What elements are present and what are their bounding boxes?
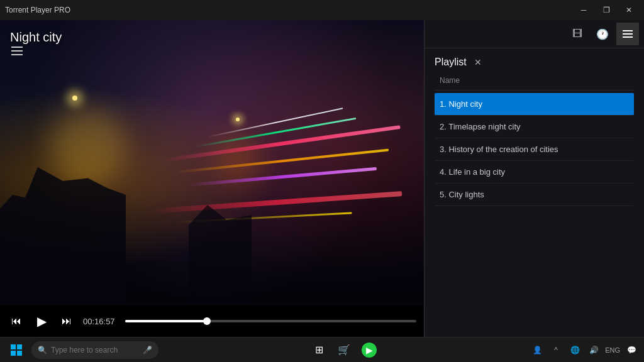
app-title-group: Torrent Player PRO (5, 6, 70, 14)
taskbar-icon-shop[interactable]: 🛒 (334, 340, 354, 360)
windows-logo (11, 344, 22, 356)
taskbar-volume-icon[interactable]: 🔊 (586, 343, 601, 358)
lamp-glow-2 (236, 118, 240, 121)
taskbar-icon-view[interactable]: ⊞ (309, 340, 329, 360)
playlist-menu-button[interactable] (616, 23, 639, 45)
prev-button[interactable]: ⏮ (8, 312, 25, 330)
play-icon: ▶ (37, 314, 47, 329)
clock-icon: 🕐 (596, 28, 609, 40)
clock-icon-button[interactable]: 🕐 (591, 23, 614, 45)
time-display: 00:16:57 (83, 317, 118, 326)
progress-thumb (203, 317, 211, 325)
progress-bar[interactable] (125, 320, 416, 322)
right-panel: 🎞 🕐 Playlist ✕ Name 1. Night city (424, 20, 644, 337)
film-icon-button[interactable]: 🎞 (566, 23, 589, 45)
restore-button[interactable]: ❐ (596, 0, 616, 20)
playlist-item-2[interactable]: 2. Timelapse night city (435, 116, 634, 138)
hamburger-line-1 (11, 47, 23, 48)
lamp-glow-1 (72, 96, 77, 101)
close-button[interactable]: ✕ (619, 0, 639, 20)
next-button[interactable]: ⏭ (58, 312, 75, 330)
playlist-section: Playlist ✕ Name 1. Night city 2. Timelap… (425, 48, 644, 337)
taskbar-app-icons: ⊞ 🛒 ▶ (309, 340, 379, 360)
video-area: Night city ⏮ ▶ ⏭ 00:16:57 (0, 20, 424, 337)
main-area: Night city ⏮ ▶ ⏭ 00:16:57 🎞 (0, 20, 644, 337)
playlist-col-name: Name (435, 74, 634, 90)
playlist-header: Playlist ✕ (435, 56, 634, 69)
taskbar: 🔍 🎤 ⊞ 🛒 ▶ 👤 ^ 🌐 🔊 ENG 💬 (0, 337, 644, 362)
next-icon: ⏭ (62, 315, 72, 327)
window-controls: ─ ❐ ✕ (574, 0, 639, 20)
search-icon: 🔍 (38, 346, 47, 354)
playlist-item-4[interactable]: 4. Life in a big city (435, 161, 634, 184)
hamburger-line-3 (11, 54, 23, 55)
taskbar-chevron-icon[interactable]: ^ (548, 343, 564, 358)
mic-icon: 🎤 (143, 346, 152, 354)
taskbar-right: 👤 ^ 🌐 🔊 ENG 💬 (530, 343, 639, 358)
taskbar-person-icon[interactable]: 👤 (530, 343, 545, 358)
taskbar-chat-icon[interactable]: 💬 (624, 343, 639, 358)
search-box[interactable]: 🔍 🎤 (31, 341, 158, 359)
building-center (189, 205, 252, 305)
video-title: Night city (10, 30, 62, 45)
taskbar-network-icon[interactable]: 🌐 (567, 343, 582, 358)
minimize-button[interactable]: ─ (574, 0, 594, 20)
taskbar-left: 🔍 🎤 (5, 339, 158, 361)
search-input[interactable] (51, 346, 139, 354)
playlist-item-3[interactable]: 3. History of the creation of cities (435, 138, 634, 161)
playback-controls: ⏮ ▶ ⏭ 00:16:57 (0, 305, 424, 337)
play-button[interactable]: ▶ (33, 312, 50, 330)
app-title: Torrent Player PRO (5, 6, 70, 14)
playlist-title: Playlist (435, 57, 467, 68)
prev-icon: ⏮ (11, 315, 21, 327)
playlist-item-5[interactable]: 5. City lights (435, 184, 634, 206)
hamburger-menu[interactable] (8, 43, 26, 59)
playlist-close-button[interactable]: ✕ (472, 56, 484, 69)
title-bar: Torrent Player PRO ─ ❐ ✕ (0, 0, 644, 20)
film-icon: 🎞 (572, 28, 582, 40)
taskbar-lang: ENG (605, 346, 620, 354)
hamburger-line-2 (11, 50, 23, 52)
taskbar-icon-app1[interactable]: ▶ (359, 340, 379, 360)
glow-orb-1 (50, 108, 126, 184)
start-button[interactable] (5, 339, 28, 361)
playlist-item-1[interactable]: 1. Night city (435, 93, 634, 116)
panel-toolbar: 🎞 🕐 (425, 20, 644, 48)
playlist-menu-icon (623, 30, 633, 38)
progress-fill (125, 320, 207, 322)
